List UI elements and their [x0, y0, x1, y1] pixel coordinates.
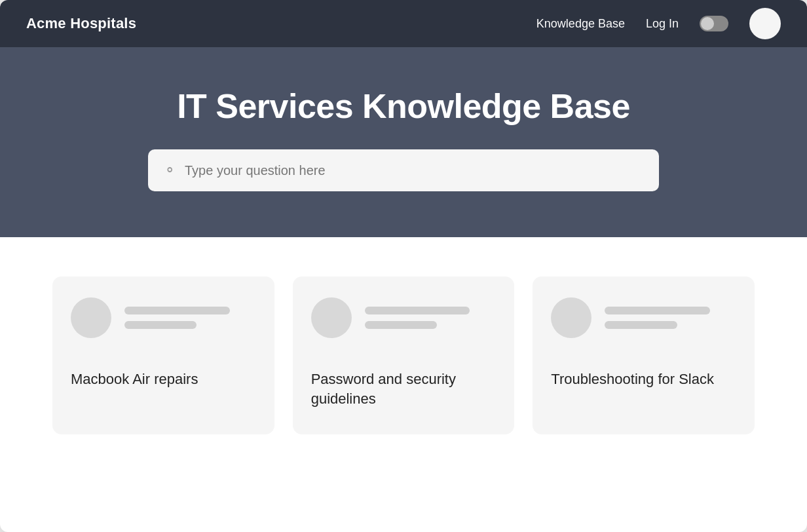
card-line-long — [605, 307, 710, 314]
card-header — [311, 297, 497, 338]
navbar-right: Knowledge Base Log In — [536, 8, 781, 39]
search-icon: ⚬ — [164, 162, 176, 179]
card-line-short — [365, 321, 437, 329]
card-avatar — [71, 297, 111, 338]
login-link[interactable]: Log In — [646, 17, 679, 31]
card-line-short — [124, 321, 197, 329]
toggle-knob — [701, 17, 714, 30]
theme-toggle[interactable] — [700, 16, 728, 31]
brand-name: Acme Hospitals — [26, 15, 136, 32]
card-title: Password and security guidelines — [311, 370, 497, 408]
hero-title: IT Services Knowledge Base — [177, 86, 630, 126]
card-header — [71, 297, 256, 338]
card-lines — [124, 307, 256, 329]
search-bar: ⚬ — [148, 149, 659, 191]
card-troubleshooting-slack[interactable]: Troubleshooting for Slack — [533, 276, 755, 434]
hero-section: IT Services Knowledge Base ⚬ — [0, 47, 807, 237]
card-header — [551, 297, 736, 338]
avatar[interactable] — [749, 8, 781, 39]
card-avatar — [551, 297, 591, 338]
card-line-long — [124, 307, 230, 314]
card-title: Troubleshooting for Slack — [551, 370, 736, 389]
browser-window: Acme Hospitals Knowledge Base Log In IT … — [0, 0, 807, 532]
navbar: Acme Hospitals Knowledge Base Log In — [0, 0, 807, 47]
card-avatar — [311, 297, 352, 338]
card-line-short — [605, 321, 677, 329]
cards-grid: Macbook Air repairs Password and securit… — [52, 276, 755, 434]
card-macbook-air-repairs[interactable]: Macbook Air repairs — [52, 276, 274, 434]
card-lines — [605, 307, 736, 329]
search-input[interactable] — [185, 163, 643, 178]
card-line-long — [365, 307, 470, 314]
card-password-security[interactable]: Password and security guidelines — [293, 276, 515, 434]
knowledge-base-nav-link[interactable]: Knowledge Base — [536, 17, 625, 31]
cards-section: Macbook Air repairs Password and securit… — [0, 237, 807, 474]
card-title: Macbook Air repairs — [71, 370, 256, 389]
card-lines — [365, 307, 497, 329]
